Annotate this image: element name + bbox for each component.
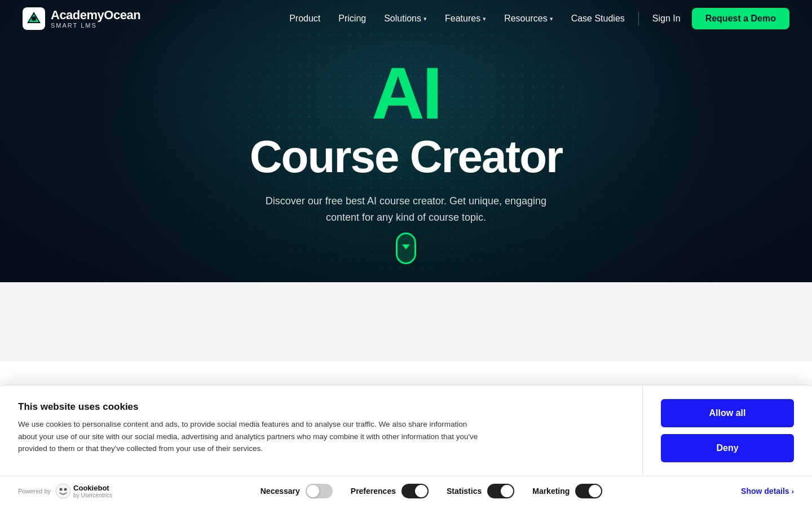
toggle-marketing-thumb	[589, 485, 601, 497]
nav-links: Product Pricing Solutions ▾ Features ▾ R…	[283, 8, 789, 29]
toggle-statistics: Statistics	[447, 484, 514, 498]
toggle-necessary-thumb	[307, 485, 319, 497]
svg-point-5	[64, 488, 67, 491]
nav-solutions[interactable]: Solutions ▾	[377, 9, 434, 28]
hero-ai-text: AI	[372, 56, 440, 130]
show-details-label: Show details	[741, 487, 789, 496]
scroll-arrow-icon	[402, 244, 410, 249]
nav-features[interactable]: Features ▾	[438, 9, 493, 28]
logo-icon	[23, 7, 45, 30]
hero-subtitle: Discover our free best AI course creator…	[259, 193, 553, 226]
toggle-marketing-label: Marketing	[532, 487, 570, 496]
toggle-necessary-track	[306, 484, 333, 498]
cookie-toggles: Necessary Preferences Statistics	[131, 484, 732, 498]
signin-link[interactable]: Sign In	[646, 9, 687, 28]
toggle-statistics-switch[interactable]	[487, 484, 514, 498]
toggle-preferences-thumb	[415, 485, 427, 497]
powered-by-label: Powered by	[18, 488, 51, 494]
toggle-statistics-label: Statistics	[447, 487, 482, 496]
logo-text: AcademyOcean Smart LMS	[51, 8, 140, 29]
toggle-preferences: Preferences	[351, 484, 429, 498]
cookiebot-sub: by Usercentrics	[73, 492, 112, 498]
cookie-buttons: Allow all Deny	[643, 386, 812, 476]
svg-point-3	[56, 484, 70, 498]
solutions-chevron-icon: ▾	[423, 15, 427, 23]
cookie-banner: This website uses cookies We use cookies…	[0, 385, 812, 508]
toggle-marketing-switch[interactable]	[575, 484, 602, 498]
cookie-text-area: This website uses cookies We use cookies…	[0, 386, 642, 476]
show-details-link[interactable]: Show details ›	[741, 487, 794, 496]
toggle-necessary: Necessary	[261, 484, 333, 498]
toggle-marketing-track	[575, 484, 602, 498]
content-area	[0, 282, 812, 361]
nav-divider	[638, 12, 639, 25]
allow-all-button[interactable]: Allow all	[661, 399, 794, 427]
toggle-preferences-label: Preferences	[351, 487, 396, 496]
nav-case-studies[interactable]: Case Studies	[564, 9, 632, 28]
cookie-inner: This website uses cookies We use cookies…	[0, 386, 812, 476]
resources-chevron-icon: ▾	[550, 15, 553, 23]
toggle-statistics-track	[487, 484, 514, 498]
hero-title: Course Creator	[250, 134, 562, 179]
cookie-powered-by: Powered by Cookiebot by Usercentrics	[18, 483, 131, 499]
toggle-necessary-switch[interactable]	[306, 484, 333, 498]
cookiebot-icon	[55, 483, 71, 499]
cookie-footer: Powered by Cookiebot by Usercentrics Nec…	[0, 476, 812, 508]
cookiebot-name: Cookiebot	[73, 484, 112, 492]
scroll-indicator[interactable]	[396, 233, 416, 264]
cookie-title: This website uses cookies	[18, 401, 624, 413]
cookiebot-logo[interactable]: Cookiebot by Usercentrics	[55, 483, 112, 499]
toggle-marketing: Marketing	[532, 484, 602, 498]
toggle-necessary-label: Necessary	[261, 487, 300, 496]
features-chevron-icon: ▾	[483, 15, 486, 23]
svg-point-2	[32, 16, 36, 21]
scroll-pill	[396, 233, 416, 264]
request-demo-button[interactable]: Request a Demo	[692, 8, 789, 29]
toggle-preferences-track	[401, 484, 429, 498]
show-details-chevron-icon: ›	[792, 487, 794, 496]
navbar: AcademyOcean Smart LMS Product Pricing S…	[0, 0, 812, 37]
deny-button[interactable]: Deny	[661, 434, 794, 462]
nav-product[interactable]: Product	[283, 9, 327, 28]
hero-content: AI Course Creator Discover our free best…	[250, 56, 562, 226]
cookie-body: We use cookies to personalise content an…	[18, 418, 480, 455]
svg-point-4	[60, 488, 63, 491]
toggle-statistics-thumb	[501, 485, 513, 497]
toggle-preferences-switch[interactable]	[401, 484, 429, 498]
logo[interactable]: AcademyOcean Smart LMS	[23, 7, 140, 30]
nav-pricing[interactable]: Pricing	[332, 9, 373, 28]
hero-section: AI Course Creator Discover our free best…	[0, 0, 812, 282]
nav-resources[interactable]: Resources ▾	[497, 9, 559, 28]
